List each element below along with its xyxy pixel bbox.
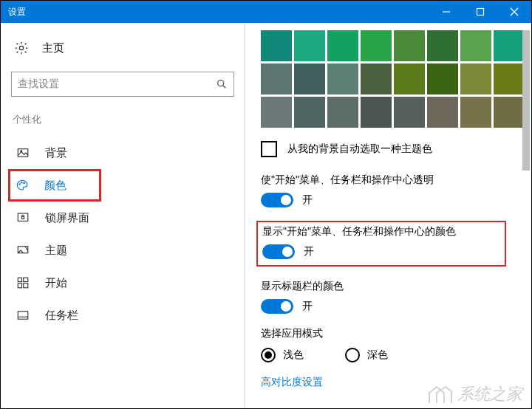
close-button[interactable] [497, 1, 531, 23]
titlebar-color-toggle[interactable] [261, 299, 293, 314]
app-mode-radio-group: 浅色 深色 [261, 348, 531, 362]
color-swatch[interactable] [261, 63, 292, 94]
transparency-toggle[interactable] [261, 193, 293, 207]
start-grid-icon [16, 275, 30, 290]
home-label: 主页 [42, 41, 64, 55]
maximize-button[interactable] [463, 1, 497, 23]
color-swatch[interactable] [460, 30, 491, 61]
transparency-setting: 使"开始"菜单、任务栏和操作中心透明 开 [261, 173, 531, 207]
svg-point-5 [218, 80, 224, 86]
svg-rect-15 [18, 278, 21, 281]
sidebar-item-label: 背景 [45, 146, 67, 160]
radio-dark-label: 深色 [367, 348, 388, 362]
palette-icon [15, 178, 30, 193]
sidebar-item-background[interactable]: 背景 [11, 137, 234, 169]
color-swatch[interactable] [494, 97, 525, 128]
checkbox-unchecked[interactable] [261, 141, 277, 157]
titlebar-color-label: 显示标题栏的颜色 [261, 280, 531, 293]
svg-point-10 [21, 182, 23, 184]
sidebar-item-label: 锁屏界面 [45, 211, 89, 225]
color-swatch[interactable] [427, 63, 458, 94]
radio-selected-icon [261, 348, 276, 362]
svg-rect-12 [18, 213, 28, 221]
auto-color-label: 从我的背景自动选取一种主题色 [287, 142, 432, 156]
transparency-label: 使"开始"菜单、任务栏和操作中心透明 [261, 173, 531, 187]
color-swatch[interactable] [327, 63, 358, 94]
theme-icon [16, 243, 30, 258]
sidebar-item-label: 开始 [45, 276, 67, 290]
color-swatch[interactable] [294, 30, 325, 61]
sidebar-item-colors[interactable]: 颜色 [8, 169, 101, 202]
sidebar-item-lockscreen[interactable]: 锁屏界面 [11, 202, 234, 234]
scrollbar-thumb[interactable] [522, 30, 530, 171]
color-swatch[interactable] [494, 30, 525, 61]
color-swatch[interactable] [361, 30, 392, 61]
svg-point-4 [19, 46, 23, 49]
color-swatch[interactable] [361, 97, 392, 128]
sidebar-item-taskbar[interactable]: 任务栏 [11, 299, 234, 331]
sidebar-item-label: 主题 [45, 244, 67, 258]
color-swatch[interactable] [327, 30, 358, 61]
svg-rect-1 [477, 9, 484, 16]
color-swatch[interactable] [427, 97, 458, 128]
titlebar-color-setting: 显示标题栏的颜色 开 [261, 280, 531, 314]
svg-rect-18 [24, 283, 28, 288]
home-link[interactable]: 主页 [11, 36, 234, 60]
color-swatch[interactable] [327, 97, 358, 128]
show-accent-toggle[interactable] [262, 244, 295, 259]
color-swatch[interactable] [394, 97, 425, 128]
color-swatch[interactable] [394, 30, 425, 61]
color-swatch[interactable] [460, 97, 491, 128]
show-accent-label: 显示"开始"菜单、任务栏和操作中心的颜色 [262, 225, 500, 238]
search-icon [216, 78, 228, 90]
radio-light-label: 浅色 [283, 348, 304, 362]
color-swatch-grid [261, 30, 531, 128]
svg-line-6 [223, 86, 226, 89]
svg-rect-17 [18, 283, 21, 288]
color-swatch[interactable] [460, 63, 491, 94]
app-mode-label: 选择应用模式 [261, 327, 531, 340]
color-swatch[interactable] [261, 30, 292, 61]
picture-icon [16, 145, 30, 160]
gear-icon [14, 41, 29, 55]
color-swatch[interactable] [261, 97, 292, 128]
color-swatch[interactable] [294, 97, 325, 128]
taskbar-icon [16, 308, 30, 323]
svg-point-8 [21, 151, 22, 152]
color-swatch[interactable] [494, 63, 525, 94]
sidebar-item-start[interactable]: 开始 [11, 267, 234, 299]
sidebar-item-label: 任务栏 [45, 309, 78, 323]
window-title: 设置 [8, 6, 26, 18]
svg-point-9 [19, 184, 21, 185]
window-titlebar: 设置 [1, 1, 531, 23]
svg-rect-16 [24, 278, 28, 281]
svg-point-11 [24, 182, 25, 184]
lock-frame-icon [16, 210, 30, 225]
svg-rect-19 [18, 312, 28, 320]
radio-dark[interactable]: 深色 [345, 348, 388, 362]
auto-color-checkbox-row[interactable]: 从我的背景自动选取一种主题色 [261, 141, 531, 157]
search-placeholder: 查找设置 [18, 78, 216, 91]
show-accent-state: 开 [304, 245, 314, 258]
color-swatch[interactable] [394, 63, 425, 94]
transparency-state: 开 [302, 193, 313, 207]
sidebar-item-label: 颜色 [44, 179, 66, 193]
section-header: 个性化 [11, 113, 234, 126]
radio-light[interactable]: 浅色 [261, 348, 304, 362]
titlebar-color-state: 开 [302, 300, 313, 313]
minimize-button[interactable] [429, 1, 463, 23]
high-contrast-link[interactable]: 高对比度设置 [261, 376, 531, 389]
sidebar-item-themes[interactable]: 主题 [11, 234, 234, 267]
main-panel: 从我的背景自动选取一种主题色 使"开始"菜单、任务栏和操作中心透明 开 显示"开… [245, 23, 531, 408]
color-swatch[interactable] [427, 30, 458, 61]
radio-unselected-icon [345, 348, 360, 362]
show-accent-setting: 显示"开始"菜单、任务栏和操作中心的颜色 开 [256, 221, 506, 267]
sidebar: 主页 查找设置 个性化 背景 颜色 锁屏界面 主题 开始 任务栏 [1, 23, 245, 408]
color-swatch[interactable] [361, 63, 392, 94]
search-input[interactable]: 查找设置 [11, 72, 234, 97]
color-swatch[interactable] [294, 63, 325, 94]
svg-rect-13 [22, 217, 24, 219]
